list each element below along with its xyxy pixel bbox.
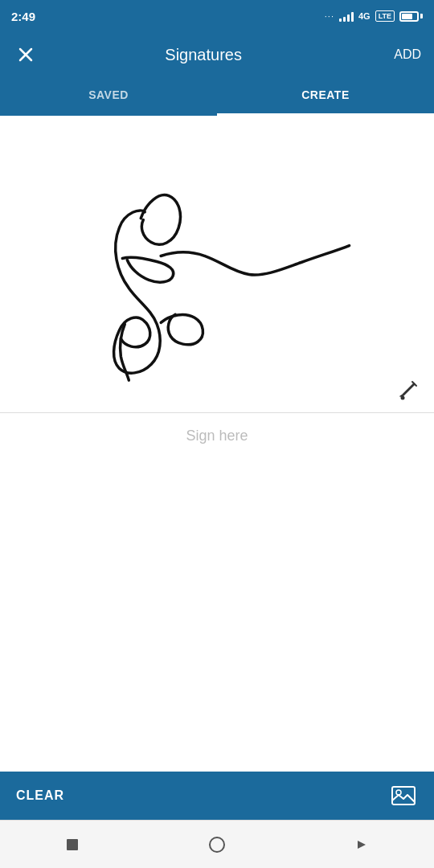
status-time: 2:49 [11, 10, 35, 23]
image-import-button[interactable] [389, 781, 418, 810]
clear-button[interactable]: CLEAR [16, 788, 64, 803]
nav-back-button[interactable] [198, 825, 236, 864]
canvas-area: Sign here [0, 116, 434, 735]
signature-canvas[interactable] [0, 116, 434, 413]
tab-create[interactable]: CREATE [217, 77, 434, 116]
svg-point-6 [210, 837, 224, 852]
svg-point-2 [401, 396, 405, 400]
nav-bar [0, 820, 434, 868]
battery-icon [399, 11, 423, 22]
svg-rect-5 [67, 839, 78, 850]
tab-create-label: CREATE [301, 88, 350, 101]
nav-recent-button[interactable] [342, 825, 381, 864]
bottom-bar: CLEAR [0, 772, 434, 820]
svg-rect-3 [392, 787, 415, 805]
tab-bar: SAVED CREATE [0, 77, 434, 116]
signal-dots-icon: ··· [325, 11, 334, 21]
tab-saved[interactable]: SAVED [0, 77, 217, 116]
nav-home-button[interactable] [53, 825, 92, 864]
lte-icon: LTE [375, 10, 395, 22]
status-icons: ··· 4G LTE [325, 10, 423, 22]
page-title: Signatures [13, 46, 394, 64]
pencil-icon[interactable] [395, 377, 421, 403]
sign-here-placeholder: Sign here [0, 413, 434, 459]
tab-saved-label: SAVED [88, 88, 129, 101]
signal-bars-icon [339, 10, 354, 22]
status-bar: 2:49 ··· 4G LTE [0, 0, 434, 32]
4g-icon: 4G [358, 11, 371, 21]
header: Signatures ADD [0, 32, 434, 77]
signature-drawing [0, 116, 434, 412]
add-button[interactable]: ADD [394, 47, 421, 62]
